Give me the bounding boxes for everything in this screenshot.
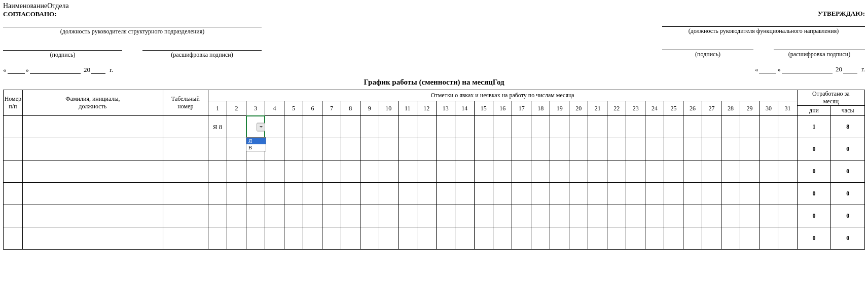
cell-day[interactable] <box>398 138 417 160</box>
cell-day[interactable] <box>721 160 740 183</box>
cell-day[interactable] <box>607 116 626 138</box>
cell-tabnum[interactable] <box>163 138 208 160</box>
cell-day[interactable] <box>588 183 607 205</box>
cell-day[interactable] <box>702 138 721 160</box>
cell-tabnum[interactable] <box>163 227 208 250</box>
cell-day[interactable] <box>322 160 341 183</box>
cell-day[interactable] <box>778 227 798 250</box>
cell-day[interactable] <box>417 160 436 183</box>
cell-day[interactable] <box>322 205 341 227</box>
signature-line-left[interactable] <box>3 42 122 51</box>
cell-day[interactable] <box>531 160 550 183</box>
cell-day[interactable] <box>208 138 227 160</box>
cell-day[interactable] <box>531 116 550 138</box>
cell-day[interactable] <box>512 205 531 227</box>
cell-day[interactable] <box>284 227 303 250</box>
cell-day[interactable] <box>607 183 626 205</box>
cell-day[interactable] <box>550 160 569 183</box>
cell-day[interactable] <box>740 205 759 227</box>
cell-name[interactable] <box>22 183 163 205</box>
cell-day[interactable] <box>360 183 379 205</box>
cell-day[interactable] <box>493 227 512 250</box>
cell-day[interactable] <box>379 116 398 138</box>
cell-day[interactable] <box>436 183 455 205</box>
cell-name[interactable] <box>22 138 163 160</box>
cell-day[interactable] <box>550 205 569 227</box>
cell-number[interactable] <box>4 183 23 205</box>
cell-day[interactable] <box>759 160 778 183</box>
cell-day[interactable] <box>455 138 474 160</box>
cell-day[interactable] <box>265 138 284 160</box>
date-line-right[interactable]: « » 20 г. <box>755 65 865 73</box>
cell-day[interactable] <box>493 183 512 205</box>
cell-day[interactable] <box>550 183 569 205</box>
cell-day[interactable] <box>550 116 569 138</box>
cell-day[interactable] <box>569 205 588 227</box>
cell-day[interactable] <box>493 205 512 227</box>
cell-day[interactable] <box>550 227 569 250</box>
cell-day[interactable] <box>322 116 341 138</box>
cell-day[interactable] <box>493 138 512 160</box>
cell-day[interactable] <box>417 183 436 205</box>
cell-day[interactable] <box>683 160 702 183</box>
cell-day[interactable] <box>702 160 721 183</box>
position-line-right[interactable] <box>662 18 865 27</box>
cell-day[interactable] <box>227 116 246 138</box>
cell-day[interactable] <box>455 227 474 250</box>
cell-day[interactable] <box>759 227 778 250</box>
cell-day[interactable] <box>379 138 398 160</box>
cell-day[interactable] <box>759 205 778 227</box>
cell-day[interactable] <box>398 183 417 205</box>
cell-day[interactable] <box>474 183 493 205</box>
cell-day[interactable] <box>702 227 721 250</box>
cell-day[interactable] <box>303 227 322 250</box>
dropdown-button[interactable] <box>257 123 265 131</box>
cell-day[interactable] <box>531 138 550 160</box>
position-line-left[interactable] <box>3 18 262 27</box>
cell-day[interactable] <box>417 227 436 250</box>
cell-day[interactable] <box>265 227 284 250</box>
cell-day[interactable] <box>398 205 417 227</box>
decipher-line-right[interactable] <box>774 41 865 50</box>
cell-tabnum[interactable] <box>163 160 208 183</box>
cell-day[interactable] <box>645 160 664 183</box>
cell-day[interactable] <box>436 205 455 227</box>
cell-day[interactable] <box>303 183 322 205</box>
cell-tabnum[interactable] <box>163 116 208 138</box>
cell-day[interactable] <box>493 116 512 138</box>
cell-day[interactable] <box>778 138 798 160</box>
cell-day[interactable] <box>455 116 474 138</box>
cell-day[interactable] <box>759 116 778 138</box>
cell-day[interactable] <box>227 138 246 160</box>
cell-day[interactable] <box>474 227 493 250</box>
cell-day[interactable] <box>645 227 664 250</box>
cell-day[interactable] <box>284 116 303 138</box>
cell-day[interactable] <box>702 116 721 138</box>
date-line-left[interactable]: « » 20 г. <box>3 66 262 74</box>
cell-day[interactable] <box>208 227 227 250</box>
signature-line-right[interactable] <box>662 41 753 50</box>
cell-day[interactable] <box>683 205 702 227</box>
cell-name[interactable] <box>22 227 163 250</box>
cell-day[interactable] <box>303 160 322 183</box>
cell-day[interactable] <box>626 116 645 138</box>
cell-day[interactable] <box>227 205 246 227</box>
cell-day[interactable] <box>341 227 360 250</box>
cell-day[interactable] <box>740 160 759 183</box>
cell-day[interactable] <box>284 138 303 160</box>
cell-day[interactable] <box>436 116 455 138</box>
cell-day[interactable] <box>607 138 626 160</box>
cell-day[interactable] <box>341 160 360 183</box>
cell-day[interactable] <box>626 160 645 183</box>
cell-name[interactable] <box>22 116 163 138</box>
cell-day[interactable] <box>778 160 798 183</box>
cell-day[interactable] <box>512 183 531 205</box>
cell-day[interactable] <box>512 138 531 160</box>
cell-day[interactable] <box>626 205 645 227</box>
cell-day[interactable] <box>664 138 683 160</box>
cell-tabnum[interactable] <box>163 205 208 227</box>
cell-day[interactable] <box>436 138 455 160</box>
cell-day[interactable] <box>645 183 664 205</box>
cell-day[interactable] <box>284 183 303 205</box>
cell-day[interactable] <box>208 183 227 205</box>
